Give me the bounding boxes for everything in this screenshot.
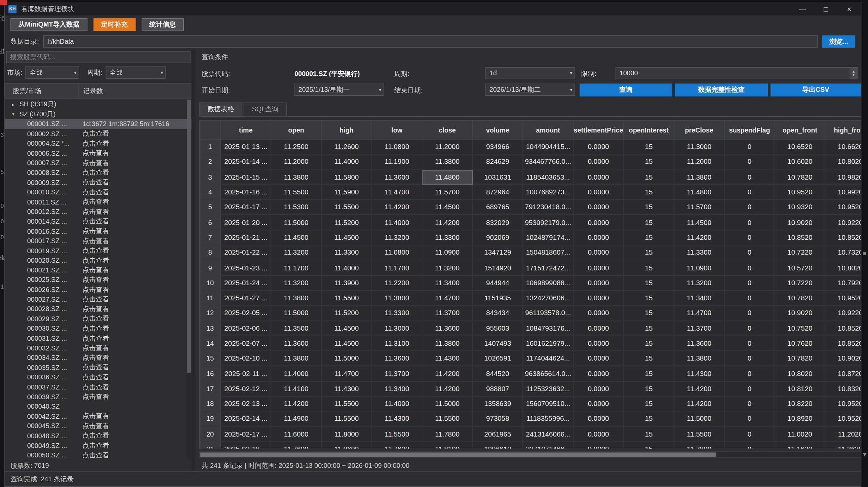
table-cell[interactable]: 11.1900 <box>372 155 423 170</box>
tab-sql-query[interactable]: SQL查询 <box>244 102 287 116</box>
minimize-button[interactable]: — <box>791 2 814 16</box>
table-cell[interactable]: 1174044624... <box>523 351 574 366</box>
table-cell[interactable]: 0 <box>725 366 775 382</box>
table-cell[interactable]: 10.7220 <box>775 245 825 261</box>
stock-list-item[interactable]: 000001.SZ ...1d:3672 1m:88792 5m:17616 <box>5 119 192 129</box>
table-cell[interactable]: 10.9020 <box>775 306 825 321</box>
stock-list-item[interactable]: 000017.SZ ...点击查看 <box>5 236 192 246</box>
table-cell[interactable]: 0.0000 <box>574 351 624 366</box>
period-filter-select[interactable]: 全部 ▾ <box>105 67 166 79</box>
row-number-cell[interactable]: 8 <box>200 245 221 261</box>
table-cell[interactable]: 10.9520 <box>825 200 861 215</box>
stock-list-item[interactable]: 000010.SZ ...点击查看 <box>5 187 192 197</box>
table-cell[interactable]: 11.3600 <box>372 351 423 366</box>
table-cell[interactable]: 2025-01-15 ... <box>221 170 271 185</box>
table-cell[interactable]: 11.3800 <box>422 336 473 351</box>
import-miniqmt-button[interactable]: 从MiniQMT导入数据 <box>10 18 87 31</box>
stock-list-item[interactable]: 000008.SZ ...点击查看 <box>5 168 192 178</box>
table-cell[interactable]: 11.0900 <box>674 261 725 276</box>
table-cell[interactable]: 1185403653... <box>523 170 574 185</box>
table-cell[interactable]: 1026591 <box>473 351 523 366</box>
table-cell[interactable]: 902069 <box>473 231 523 245</box>
table-cell[interactable]: 1118355996... <box>523 412 574 427</box>
row-number-cell[interactable]: 1 <box>200 140 221 155</box>
stock-list-item[interactable]: 000011.SZ ...点击查看 <box>5 197 192 207</box>
table-cell[interactable]: 11.5000 <box>422 397 473 412</box>
table-cell[interactable]: 11.5200 <box>322 306 372 321</box>
row-number-cell[interactable]: 16 <box>200 366 221 382</box>
table-cell[interactable]: 11.4200 <box>422 382 473 397</box>
table-cell[interactable]: 944944 <box>473 276 523 291</box>
stock-list-item[interactable]: 000004.SZ *...点击查看 <box>5 139 192 148</box>
stock-list-item[interactable]: 000040.SZ <box>5 402 192 412</box>
table-cell[interactable]: 0 <box>725 170 775 185</box>
table-cell[interactable]: 11.4300 <box>372 412 423 427</box>
table-cell[interactable]: 11.3200 <box>271 245 322 261</box>
table-cell[interactable]: 11.3200 <box>422 261 473 276</box>
table-cell[interactable]: 0 <box>725 140 775 155</box>
row-number-cell[interactable]: 20 <box>200 427 221 442</box>
table-cell[interactable]: 10.8320 <box>825 382 861 397</box>
row-number-cell[interactable]: 2 <box>200 155 221 170</box>
table-cell[interactable]: 2025-02-13 ... <box>221 397 271 412</box>
stock-list-item[interactable]: 000019.SZ ...点击查看 <box>5 246 192 255</box>
table-cell[interactable]: 15 <box>624 231 674 245</box>
table-cell[interactable]: 0 <box>725 306 775 321</box>
table-cell[interactable]: 15 <box>624 412 674 427</box>
splitter[interactable] <box>192 50 195 471</box>
table-cell[interactable]: 791230418.0... <box>523 200 574 215</box>
table-cell[interactable]: 1407493 <box>473 336 523 351</box>
table-cell[interactable]: 11.3700 <box>372 366 423 382</box>
table-cell[interactable]: 10.7520 <box>775 321 825 336</box>
table-cell[interactable]: 11.3800 <box>271 351 322 366</box>
table-cell[interactable]: 1031631 <box>473 170 523 185</box>
table-cell[interactable]: 11.4800 <box>422 170 473 185</box>
table-cell[interactable]: 10.6620 <box>825 140 861 155</box>
table-cell[interactable]: 2025-01-13 ... <box>221 140 271 155</box>
table-cell[interactable]: 11.6000 <box>271 427 322 442</box>
row-number-cell[interactable]: 9 <box>200 261 221 276</box>
table-cell[interactable]: 11.4200 <box>422 366 473 382</box>
stock-list-item[interactable]: 000009.SZ ...点击查看 <box>5 178 192 187</box>
table-cell[interactable]: 11.3200 <box>674 276 725 291</box>
table-cell[interactable]: 0.0000 <box>574 366 624 382</box>
table-cell[interactable]: 11.4100 <box>271 382 322 397</box>
table-cell[interactable]: 2413146066... <box>523 427 574 442</box>
table-cell[interactable]: 0.0000 <box>574 140 624 155</box>
stock-list-item[interactable]: 000034.SZ ...点击查看 <box>5 353 192 363</box>
table-cell[interactable]: 2025-02-06 ... <box>221 321 271 336</box>
table-cell[interactable]: 1044904415... <box>523 140 574 155</box>
stock-list-item[interactable]: 000014.SZ ...点击查看 <box>5 217 192 226</box>
table-cell[interactable]: 11.4000 <box>372 397 423 412</box>
table-cell[interactable]: 15 <box>624 306 674 321</box>
table-cell[interactable]: 10.9220 <box>825 215 861 231</box>
table-cell[interactable]: 11.5000 <box>674 412 725 427</box>
table-cell[interactable]: 844520 <box>473 366 523 382</box>
table-cell[interactable]: 10.7220 <box>775 276 825 291</box>
table-cell[interactable]: 10.9520 <box>825 397 861 412</box>
end-date-select[interactable]: 2026/1/13/星期二 ▾ <box>486 84 575 96</box>
table-cell[interactable]: 11.5500 <box>674 427 725 442</box>
table-cell[interactable]: 11.7600 <box>271 442 322 449</box>
data-directory-input[interactable] <box>43 35 817 48</box>
table-cell[interactable]: 11.5000 <box>322 351 372 366</box>
statistics-button[interactable]: 统计信息 <box>142 18 184 31</box>
column-header-close[interactable]: close <box>422 121 473 140</box>
table-cell[interactable]: 0.0000 <box>574 397 624 412</box>
column-header-suspendFlag[interactable]: suspendFlag <box>725 121 775 140</box>
table-cell[interactable]: 15 <box>624 397 674 412</box>
table-cell[interactable]: 11.5800 <box>322 170 372 185</box>
stock-list-item[interactable]: 000042.SZ ...点击查看 <box>5 411 192 421</box>
table-cell[interactable]: 11.4000 <box>322 155 372 170</box>
period-select[interactable]: 1d ▾ <box>486 67 575 79</box>
table-cell[interactable]: 11.2500 <box>271 140 322 155</box>
table-cell[interactable]: 11.3400 <box>674 291 725 306</box>
table-cell[interactable]: 0 <box>725 185 775 200</box>
table-cell[interactable]: 11.5500 <box>271 185 322 200</box>
stock-list-item[interactable]: 000030.SZ ...点击查看 <box>5 324 192 334</box>
table-cell[interactable]: 11.8000 <box>322 427 372 442</box>
table-cell[interactable]: 15 <box>624 140 674 155</box>
table-cell[interactable]: 11.4200 <box>422 215 473 231</box>
table-cell[interactable]: 10.9820 <box>825 170 861 185</box>
table-cell[interactable]: 15 <box>624 382 674 397</box>
